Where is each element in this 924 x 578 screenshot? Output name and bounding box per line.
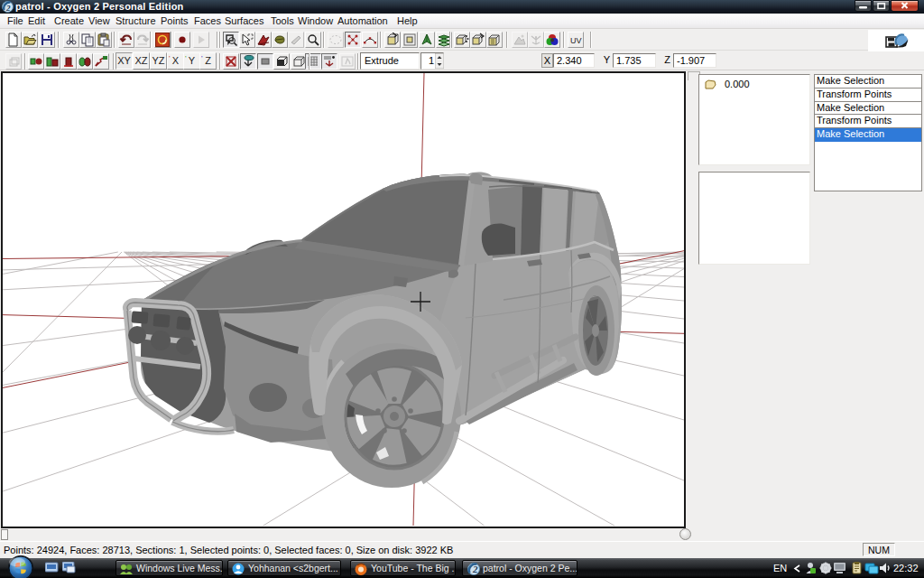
svg-text:2: 2 — [472, 564, 478, 574]
